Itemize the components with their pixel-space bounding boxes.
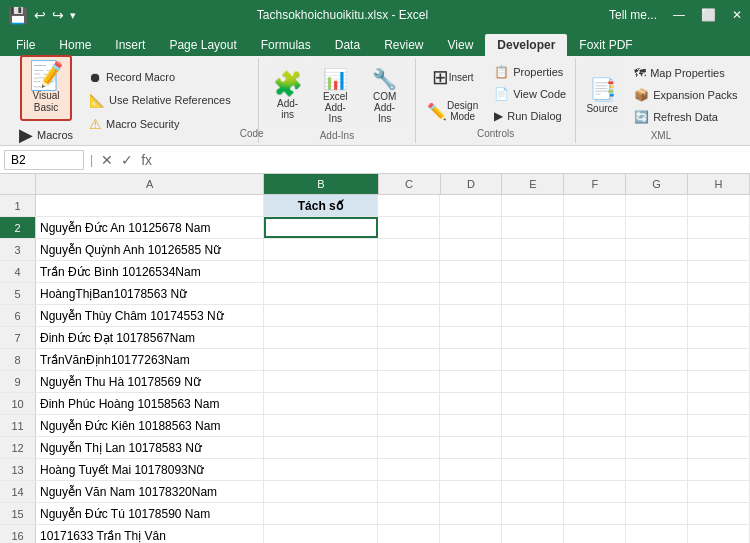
cell[interactable] — [440, 415, 502, 436]
cell[interactable] — [264, 283, 378, 304]
cell[interactable]: 10171633 Trần Thị Vân — [36, 525, 264, 543]
tab-insert[interactable]: Insert — [103, 34, 157, 56]
cell[interactable]: Đinh Phúc Hoàng 10158563 Nam — [36, 393, 264, 414]
cell[interactable] — [264, 349, 378, 370]
cell[interactable] — [688, 437, 750, 458]
cell[interactable] — [264, 459, 378, 480]
tell-me[interactable]: Tell me... — [609, 8, 657, 22]
cell[interactable] — [378, 283, 440, 304]
cell[interactable] — [688, 371, 750, 392]
map-properties-button[interactable]: 🗺 Map Properties — [629, 63, 742, 83]
cell[interactable]: TrầnVănĐịnh10177263Nam — [36, 349, 264, 370]
cell[interactable] — [378, 217, 440, 238]
cell[interactable] — [564, 261, 626, 282]
cell[interactable] — [264, 525, 378, 543]
cell[interactable] — [264, 327, 378, 348]
cell[interactable] — [440, 239, 502, 260]
view-code-button[interactable]: 📄 View Code — [489, 84, 571, 104]
cell[interactable] — [564, 305, 626, 326]
cell[interactable] — [626, 327, 688, 348]
cell[interactable] — [440, 283, 502, 304]
visual-basic-button[interactable]: 📝 VisualBasic — [20, 55, 72, 121]
cell[interactable] — [564, 283, 626, 304]
add-ins-button[interactable]: 🧩 Add-ins — [267, 62, 309, 128]
cell[interactable] — [626, 195, 688, 216]
cell[interactable] — [502, 327, 564, 348]
tab-review[interactable]: Review — [372, 34, 435, 56]
cell[interactable] — [564, 239, 626, 260]
cell[interactable] — [264, 437, 378, 458]
tab-foxit-pdf[interactable]: Foxit PDF — [567, 34, 644, 56]
cell[interactable] — [502, 459, 564, 480]
cell[interactable] — [264, 261, 378, 282]
run-dialog-button[interactable]: ▶ Run Dialog — [489, 106, 571, 126]
cell[interactable] — [440, 327, 502, 348]
col-header-d[interactable]: D — [441, 174, 503, 194]
cell[interactable] — [626, 305, 688, 326]
cell[interactable] — [626, 503, 688, 524]
cell[interactable] — [264, 481, 378, 502]
cell[interactable] — [502, 305, 564, 326]
cell[interactable] — [502, 481, 564, 502]
tab-page-layout[interactable]: Page Layout — [157, 34, 248, 56]
cell[interactable] — [440, 481, 502, 502]
cell[interactable]: Trần Đức Bình 10126534Nam — [36, 261, 264, 282]
cell[interactable] — [440, 525, 502, 543]
cell[interactable]: Đinh Đức Đạt 10178567Nam — [36, 327, 264, 348]
cell[interactable] — [502, 525, 564, 543]
cell[interactable] — [502, 503, 564, 524]
cell[interactable] — [688, 481, 750, 502]
cell[interactable] — [440, 437, 502, 458]
cell[interactable]: Nguyễn Quỳnh Anh 10126585 Nữ — [36, 239, 264, 260]
cell[interactable] — [626, 481, 688, 502]
cell[interactable] — [502, 437, 564, 458]
cell[interactable] — [626, 415, 688, 436]
cell[interactable]: Nguyễn Thu Hà 10178569 Nữ — [36, 371, 264, 392]
cell[interactable] — [626, 525, 688, 543]
cell-b2[interactable] — [264, 217, 378, 238]
cell[interactable] — [502, 239, 564, 260]
cell[interactable] — [564, 349, 626, 370]
cell[interactable] — [626, 459, 688, 480]
cell[interactable] — [378, 481, 440, 502]
cell[interactable] — [564, 217, 626, 238]
col-header-b[interactable]: B — [264, 174, 378, 194]
cell[interactable] — [440, 393, 502, 414]
cell[interactable] — [564, 327, 626, 348]
cell[interactable] — [626, 371, 688, 392]
com-addins-button[interactable]: 🔧 COMAdd-Ins — [362, 62, 407, 128]
cell[interactable] — [440, 217, 502, 238]
cell[interactable] — [564, 459, 626, 480]
cell[interactable] — [688, 349, 750, 370]
cell[interactable] — [264, 371, 378, 392]
cell[interactable] — [502, 283, 564, 304]
cell[interactable] — [378, 459, 440, 480]
cell[interactable]: Hoàng Tuyết Mai 10178093Nữ — [36, 459, 264, 480]
tab-home[interactable]: Home — [47, 34, 103, 56]
cell[interactable] — [264, 503, 378, 524]
cell[interactable] — [440, 261, 502, 282]
cell-reference-input[interactable] — [4, 150, 84, 170]
cell[interactable] — [564, 503, 626, 524]
cell[interactable] — [264, 239, 378, 260]
cell[interactable] — [378, 371, 440, 392]
cell[interactable] — [440, 503, 502, 524]
cell[interactable]: Nguyễn Đức Tú 10178590 Nam — [36, 503, 264, 524]
undo-icon[interactable]: ↩ — [34, 7, 46, 23]
cell[interactable] — [264, 393, 378, 414]
design-mode-button[interactable]: ✏️ DesignMode — [420, 96, 485, 126]
source-button[interactable]: 📑 Source — [579, 62, 625, 128]
formula-input[interactable] — [158, 151, 746, 169]
cell[interactable] — [688, 503, 750, 524]
properties-button[interactable]: 📋 Properties — [489, 62, 571, 82]
cell[interactable] — [564, 525, 626, 543]
cell[interactable] — [564, 393, 626, 414]
cell[interactable] — [36, 195, 264, 216]
cell[interactable] — [626, 217, 688, 238]
col-header-g[interactable]: G — [626, 174, 688, 194]
cell[interactable] — [688, 525, 750, 543]
cell[interactable] — [502, 371, 564, 392]
cell[interactable] — [626, 349, 688, 370]
insert-control-button[interactable]: ⊞ Insert — [425, 62, 481, 92]
cell[interactable] — [688, 415, 750, 436]
